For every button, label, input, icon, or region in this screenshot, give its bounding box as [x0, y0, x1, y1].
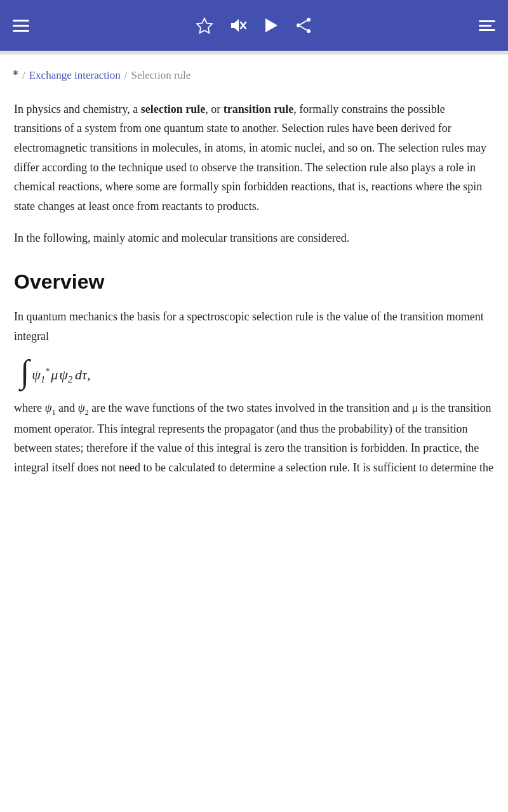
main-content: In physics and chemistry, a selection ru…	[0, 91, 508, 497]
svg-line-7	[300, 21, 307, 25]
svg-line-8	[300, 27, 307, 30]
mu-symbol: μ	[51, 363, 58, 386]
psi1: ψ1*	[32, 363, 50, 387]
breadcrumb-home[interactable]: *	[13, 66, 18, 84]
breadcrumb-current-page: Selection rule	[131, 67, 190, 84]
second-paragraph: In the following, mainly atomic and mole…	[14, 228, 494, 248]
share-icon[interactable]	[290, 11, 318, 39]
intro-paragraph: In physics and chemistry, a selection ru…	[14, 100, 494, 216]
breadcrumb-link-exchange[interactable]: Exchange interaction	[29, 67, 121, 84]
overview-heading: Overview	[14, 266, 494, 298]
toolbar-center-icons	[190, 11, 318, 39]
bold-transition-rule: transition rule	[224, 103, 294, 115]
psi2: ψ2	[59, 363, 72, 387]
math-formula-block: ∫ ψ1* μ ψ2 dτ,	[20, 357, 494, 387]
integral-symbol: ∫	[20, 357, 29, 387]
toolbar	[0, 0, 508, 51]
play-icon[interactable]	[257, 11, 284, 39]
star-icon[interactable]	[190, 11, 218, 39]
svg-marker-0	[197, 18, 212, 33]
svg-point-6	[297, 23, 300, 27]
svg-point-5	[307, 29, 311, 33]
dtau: dτ,	[75, 363, 90, 386]
after-formula-text: where ψ1 and ψ2 are the wave functions o…	[14, 398, 494, 477]
svg-marker-3	[265, 18, 277, 32]
intro-text-after: , formally constrains the possible trans…	[14, 103, 486, 213]
bold-selection-rule: selection rule	[141, 103, 205, 115]
mute-icon[interactable]	[224, 11, 251, 39]
intro-text-between: , or	[205, 103, 224, 115]
svg-point-4	[307, 18, 311, 22]
overview-intro-para: In quantum mechanics the basis for a spe…	[14, 307, 494, 346]
hamburger-menu-icon[interactable]	[13, 20, 29, 32]
formula-body: ψ1* μ ψ2 dτ,	[32, 363, 90, 387]
breadcrumb-sep-2: /	[124, 67, 128, 84]
breadcrumb: * / Exchange interaction / Selection rul…	[0, 55, 508, 91]
intro-text-before-bold1: In physics and chemistry, a	[14, 103, 141, 115]
breadcrumb-sep-1: /	[22, 67, 25, 84]
list-menu-icon[interactable]	[479, 20, 495, 31]
